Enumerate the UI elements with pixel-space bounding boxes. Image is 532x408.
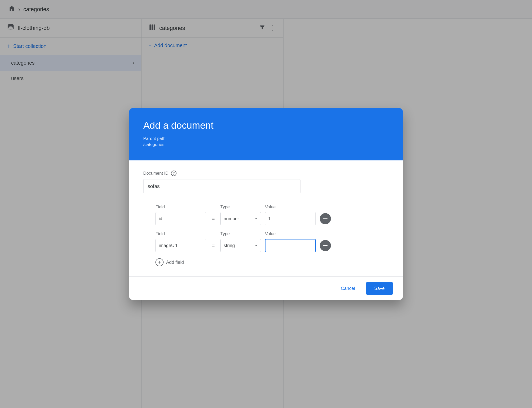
modal-title: Add a document: [143, 120, 389, 131]
fields-left-border: Field Type Value = number string boolean…: [147, 202, 389, 268]
parent-path-label: Parent path: [143, 136, 389, 141]
doc-id-label: Document ID ?: [143, 171, 389, 176]
add-field-circle-icon: +: [155, 258, 164, 266]
field-name-input-1[interactable]: [155, 212, 206, 225]
field-name-input-2[interactable]: [155, 239, 206, 252]
fields-section: Field Type Value = number string boolean…: [143, 202, 389, 268]
save-button[interactable]: Save: [366, 282, 393, 295]
type-select-1[interactable]: number string boolean map array null tim…: [220, 212, 261, 225]
value-col-header: Value: [265, 205, 316, 210]
type-col-header-2: Type: [220, 231, 261, 236]
add-field-label: Add field: [166, 260, 184, 265]
cancel-button[interactable]: Cancel: [334, 282, 362, 295]
add-document-modal: Add a document Parent path /categories D…: [129, 108, 403, 300]
field-col-header: Field: [155, 205, 206, 210]
help-icon[interactable]: ?: [171, 171, 176, 176]
type-col-header: Type: [220, 205, 261, 210]
value-input-1[interactable]: [265, 212, 316, 225]
document-id-section: Document ID ?: [143, 171, 389, 193]
field-row-2: = string number boolean map array null t…: [155, 239, 389, 252]
field-row-1: = number string boolean map array null t…: [155, 212, 389, 225]
remove-field-button-2[interactable]: [320, 240, 331, 251]
field-row-headers-1: Field Type Value: [155, 205, 389, 210]
modal-body: Document ID ? Field Type Value: [129, 160, 403, 276]
value-input-2[interactable]: [265, 239, 316, 252]
equals-sign-1: =: [210, 216, 216, 222]
modal-header: Add a document Parent path /categories: [129, 108, 403, 160]
remove-field-button-1[interactable]: [320, 213, 331, 224]
add-field-button[interactable]: + Add field: [155, 258, 389, 266]
modal-overlay: Add a document Parent path /categories D…: [0, 0, 532, 408]
modal-footer: Cancel Save: [129, 276, 403, 300]
type-select-2[interactable]: string number boolean map array null tim…: [220, 239, 261, 252]
field-row-headers-2: Field Type Value: [155, 231, 389, 236]
equals-sign-2: =: [210, 243, 216, 249]
value-col-header-2: Value: [265, 231, 316, 236]
parent-path-value: /categories: [143, 142, 389, 147]
document-id-input[interactable]: [143, 179, 300, 193]
field-col-header-2: Field: [155, 231, 206, 236]
